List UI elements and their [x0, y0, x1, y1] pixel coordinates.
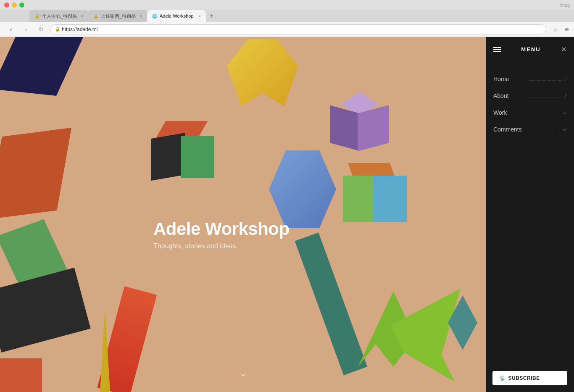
menu-item-about-num: ii	[564, 93, 566, 98]
menu-label: MENU	[521, 46, 540, 53]
tab-3-favicon: 🌐	[152, 14, 157, 18]
hamburger-button[interactable]	[493, 47, 501, 52]
cube-orange-right	[373, 176, 407, 222]
close-menu-button[interactable]: ✕	[561, 45, 566, 53]
shape-blue-hex	[269, 150, 336, 228]
shape-orange-corner	[0, 358, 42, 392]
menu-item-comments-num: iv	[563, 127, 566, 132]
forward-button[interactable]: ›	[20, 24, 32, 35]
scroll-indicator[interactable]: ⌄	[238, 366, 248, 379]
hero-subtitle: Thoughts, stories and ideas.	[153, 242, 290, 250]
tab-2-close[interactable]: ×	[140, 14, 142, 18]
cube-purple	[330, 92, 389, 150]
tab-2-title: 上传案例_特创易	[101, 13, 137, 19]
cube-orange	[343, 163, 410, 226]
extension-area: ⊕	[565, 26, 569, 32]
cube-purple-left	[330, 105, 360, 151]
window-controls: Integ	[560, 3, 570, 8]
browser-chrome: Integ 🔒 个人中心_特创易 × 🔒 上传案例_特创易 × 🌐 Adele …	[0, 0, 574, 22]
menu-bar-3	[493, 51, 501, 52]
close-button[interactable]	[4, 3, 9, 8]
new-tab-button[interactable]: +	[206, 10, 218, 22]
cube-purple-right	[358, 105, 389, 151]
subscribe-icon: 📡	[499, 375, 506, 381]
tab-1[interactable]: 🔒 个人中心_特创易 ×	[29, 10, 88, 22]
sidebar-menu: MENU ✕ Home i About ii Work iii Comments	[486, 37, 574, 392]
menu-nav: Home i About ii Work iii Comments iv	[486, 62, 574, 364]
bookmark-button[interactable]: ☆	[550, 24, 561, 35]
hero-section: Adele Workshop Thoughts, stories and ide…	[0, 37, 486, 392]
address-lock-icon: 🔒	[55, 27, 60, 32]
menu-item-home-num: i	[566, 76, 566, 82]
menu-item-work[interactable]: Work iii	[486, 104, 574, 121]
menu-item-work-num: iii	[563, 110, 566, 115]
tab-2[interactable]: 🔒 上传案例_特创易 ×	[88, 10, 147, 22]
cube-1-left	[151, 133, 185, 181]
menu-item-comments-label: Comments	[493, 126, 525, 133]
back-button[interactable]: ‹	[5, 24, 17, 35]
subscribe-label: SUBSCRIBE	[508, 375, 540, 381]
tab-1-close[interactable]: ×	[81, 14, 83, 18]
hero-title: Adele Workshop	[153, 219, 290, 239]
menu-item-work-label: Work	[493, 109, 525, 116]
menu-item-home[interactable]: Home i	[486, 71, 574, 87]
subscribe-button[interactable]: 📡 SUBSCRIBE	[492, 371, 567, 385]
shape-black-left	[0, 268, 91, 353]
tab-3-title: Adele Workshop	[160, 13, 196, 18]
shape-teal-bottom	[295, 232, 368, 375]
minimize-button[interactable]	[12, 3, 17, 8]
menu-item-home-dots	[529, 80, 562, 81]
menu-item-about-dots	[529, 97, 561, 97]
menu-item-about[interactable]: About ii	[486, 87, 574, 104]
shape-yellow-top	[227, 39, 298, 106]
shape-topleft-dark	[0, 37, 84, 96]
refresh-button[interactable]: ↻	[35, 24, 47, 35]
menu-header: MENU ✕	[486, 37, 574, 62]
menu-item-comments[interactable]: Comments iv	[486, 121, 574, 138]
address-bar[interactable]: 🔒 https://adede.ml	[50, 24, 546, 34]
address-text: https://adede.ml	[62, 26, 97, 32]
cube-1-right	[181, 136, 214, 178]
title-bar: Integ	[0, 0, 574, 10]
tab-3[interactable]: 🌐 Adele Workshop ×	[147, 10, 206, 22]
nav-bar: ‹ › ↻ 🔒 https://adede.ml ☆ ⊕	[0, 22, 574, 37]
maximize-button[interactable]	[19, 3, 24, 8]
page-wrapper: Adele Workshop Thoughts, stories and ide…	[0, 37, 574, 392]
chevron-down-icon: ⌄	[238, 366, 248, 379]
tab-3-close[interactable]: ×	[198, 14, 201, 18]
tab-2-favicon: 🔒	[93, 14, 98, 18]
menu-item-comments-dots	[528, 131, 560, 131]
cube-orange-left	[343, 176, 377, 222]
menu-item-home-label: Home	[493, 76, 526, 82]
cube-1	[151, 121, 219, 188]
shape-orange-left	[0, 116, 71, 231]
menu-bar-1	[493, 47, 501, 48]
traffic-lights	[4, 3, 24, 8]
extension-icon: ⊕	[565, 26, 569, 32]
menu-item-work-dots	[528, 114, 560, 114]
tabs-bar: 🔒 个人中心_特创易 × 🔒 上传案例_特创易 × 🌐 Adele Worksh…	[0, 10, 574, 22]
menu-bar-2	[493, 49, 501, 50]
hero-content: Adele Workshop Thoughts, stories and ide…	[153, 219, 290, 250]
tab-1-favicon: 🔒	[34, 14, 39, 18]
menu-item-about-label: About	[493, 92, 526, 99]
tab-1-title: 个人中心_特创易	[42, 13, 78, 19]
